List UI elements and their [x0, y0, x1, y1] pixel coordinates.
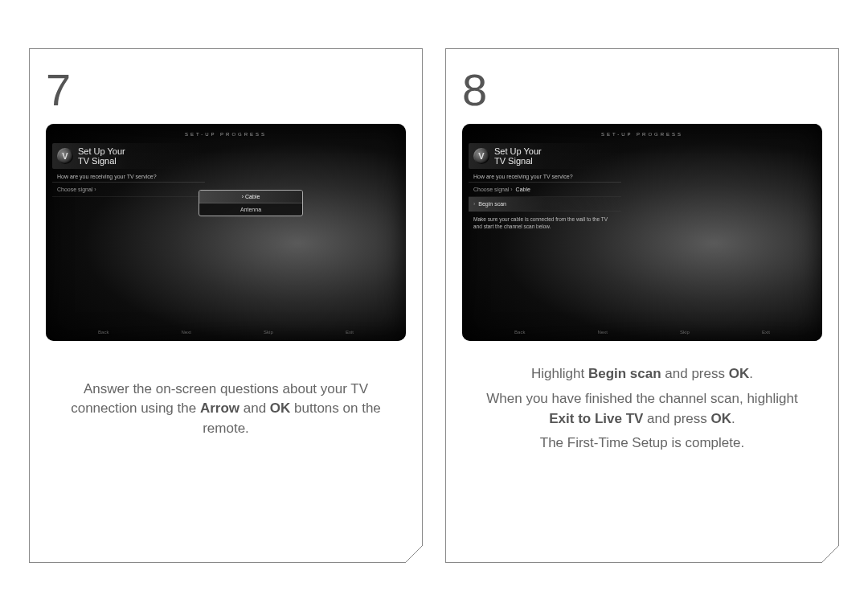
tv-breadcrumb-row: Choose signal › Cable: [469, 183, 621, 197]
tv-progress-label: SET-UP PROGRESS: [462, 132, 822, 137]
instruction-line-3: The First-Time Setup is complete.: [540, 433, 744, 454]
footer-next: Next: [598, 330, 608, 335]
instruction-line-1: Highlight Begin scan and press OK.: [531, 364, 753, 384]
tv-question: How are you receiving your TV service?: [469, 169, 621, 183]
bold-ok: OK: [270, 400, 291, 416]
popup-option-cable: › Cable: [199, 191, 302, 203]
tv-footer-hints: Back Next Skip Exit: [46, 330, 406, 335]
footer-back: Back: [514, 330, 525, 335]
footer-next: Next: [182, 330, 191, 335]
tv-title-line1: Set Up Your: [78, 146, 125, 156]
vizio-logo-icon: V: [473, 148, 489, 164]
bold-ok: OK: [711, 411, 732, 426]
text: and press: [661, 366, 729, 381]
tv-title-line2: TV Signal: [78, 156, 117, 166]
breadcrumb-a: Choose signal: [473, 187, 509, 192]
bold-begin-scan: Begin scan: [588, 366, 661, 381]
tv-row-label: Choose signal: [57, 187, 92, 192]
tv-note-text: Make sure your cable is connected from t…: [469, 212, 621, 235]
tv-screenshot-7: SET-UP PROGRESS V Set Up Your TV Signal …: [46, 124, 406, 341]
bold-ok: OK: [729, 366, 750, 381]
tv-begin-scan-row: › Begin scan: [469, 197, 621, 212]
begin-scan-label: Begin scan: [478, 201, 506, 207]
tv-signal-popup: › Cable Antenna: [199, 190, 303, 216]
breadcrumb-b: Cable: [516, 187, 530, 192]
footer-exit: Exit: [346, 330, 354, 335]
instruction-text: Answer the on-screen questions about you…: [60, 380, 391, 439]
chevron-right-icon: ›: [473, 201, 477, 207]
footer-skip: Skip: [680, 330, 690, 335]
step7-instructions: Answer the on-screen questions about you…: [46, 341, 406, 538]
tv-progress-label: SET-UP PROGRESS: [46, 132, 406, 137]
instruction-line-2: When you have finished the channel scan,…: [477, 389, 808, 429]
step-number: 8: [462, 64, 822, 116]
tv-title-line1: Set Up Your: [494, 146, 542, 156]
tv-title-line2: TV Signal: [494, 156, 533, 166]
bold-arrow: Arrow: [200, 400, 240, 416]
popup-option-antenna: Antenna: [199, 203, 302, 216]
chevron-right-icon: ›: [94, 187, 96, 192]
tv-side-panel: V Set Up Your TV Signal How are you rece…: [469, 143, 621, 235]
text: and: [240, 400, 270, 416]
tv-choose-signal-row: Choose signal ›: [52, 183, 205, 197]
text: and press: [643, 411, 710, 426]
popup-option-label: Cable: [245, 194, 260, 199]
footer-exit: Exit: [762, 330, 770, 335]
chevron-right-icon: ›: [510, 187, 514, 192]
card-corner-cut: [405, 545, 423, 563]
tv-title: Set Up Your TV Signal: [78, 146, 125, 166]
step-number: 7: [46, 64, 406, 116]
bold-exit-live-tv: Exit to Live TV: [549, 411, 643, 426]
tv-title: Set Up Your TV Signal: [494, 146, 542, 166]
tv-title-row: V Set Up Your TV Signal: [469, 143, 621, 169]
step-card-7: 7 SET-UP PROGRESS V Set Up Your TV Signa…: [29, 48, 423, 563]
step-card-8: 8 SET-UP PROGRESS V Set Up Your TV Signa…: [445, 48, 839, 563]
text: Highlight: [531, 366, 588, 381]
vizio-logo-icon: V: [57, 148, 73, 164]
footer-back: Back: [98, 330, 108, 335]
text: When you have finished the channel scan,…: [486, 391, 797, 406]
tv-footer-hints: Back Next Skip Exit: [462, 330, 822, 335]
tv-question: How are you receiving your TV service?: [52, 169, 205, 183]
footer-skip: Skip: [264, 330, 273, 335]
step8-instructions: Highlight Begin scan and press OK. When …: [462, 341, 822, 538]
text: .: [749, 366, 753, 381]
card-corner-cut: [821, 545, 839, 563]
tv-screenshot-8: SET-UP PROGRESS V Set Up Your TV Signal …: [462, 124, 822, 341]
tv-title-row: V Set Up Your TV Signal: [52, 143, 205, 169]
tv-side-panel: V Set Up Your TV Signal How are you rece…: [52, 143, 205, 197]
text: .: [731, 411, 735, 426]
